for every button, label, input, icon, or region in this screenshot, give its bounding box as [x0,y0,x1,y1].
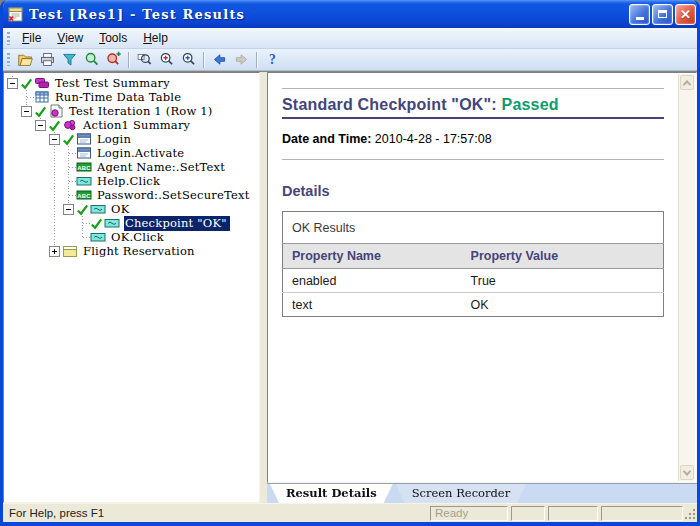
question-icon: ? [264,51,281,68]
close-icon: ✕ [680,8,691,21]
menu-view[interactable]: View [49,29,91,48]
splitter[interactable] [260,72,267,503]
tree-label-flight-reservation[interactable]: Flight Reservation [82,244,198,259]
tree-label-run-time-data-table[interactable]: Run-Time Data Table [54,90,184,105]
print-button[interactable] [36,50,58,70]
tree-guide [20,118,34,132]
tree-label-ok[interactable]: OK [110,202,132,217]
titlebar[interactable]: Test [Res1] - Test Results ✕ [0,0,700,28]
tree-connector [62,160,76,174]
arrow-right-icon [233,51,250,68]
menu-tools[interactable]: Tools [91,29,135,48]
filter-button[interactable] [58,50,80,70]
date-time-value: 2010-4-28 - 17:57:08 [375,132,492,146]
tree-guide [6,118,20,132]
collapse-box[interactable] [7,78,18,89]
tree-guide [34,146,48,160]
tree-item-login[interactable]: Login [6,132,259,146]
menubar-grip[interactable] [7,32,10,45]
tree-guide [20,216,34,230]
close-button[interactable]: ✕ [675,4,696,25]
tree-label-test-test-summary[interactable]: Test Test Summary [54,76,173,91]
tree-guide [6,132,20,146]
tree-guide [6,244,20,258]
tree-label-checkpoint-ok[interactable]: Checkpoint "OK" [124,216,230,231]
tree-label-help-click[interactable]: Help.Click [96,174,163,189]
zoom-in-button[interactable] [155,50,177,70]
tab-screen-recorder[interactable]: Screen Recorder [396,484,526,503]
maximize-button[interactable] [652,4,673,25]
app-window: Test [Res1] - Test Results ✕ FileViewToo… [0,0,700,526]
zoom-fit-button[interactable] [133,50,155,70]
scroll-up-button[interactable] [680,75,694,90]
vertical-scrollbar[interactable] [678,74,695,481]
tree-item-flight-reservation[interactable]: Flight Reservation [6,244,259,258]
svg-text:ABC: ABC [77,165,91,171]
tree-guide [34,244,48,258]
abc-icon: ABC [76,188,93,202]
tree-label-login-activate[interactable]: Login.Activate [96,146,187,161]
status-message: For Help, press F1 [9,507,427,519]
tree-guide [34,160,48,174]
tree-guide [20,174,34,188]
tree-guide [34,188,48,202]
help-button[interactable]: ? [261,50,283,70]
tree-item-password-setsecuretext[interactable]: ABCPassword:.SetSecureText [6,188,259,202]
tree-label-ok-click[interactable]: OK.Click [110,230,167,245]
status-bar: For Help, press F1 Ready [3,503,697,522]
resize-grip-icon[interactable] [683,507,695,519]
magnifier-red-plus-icon [105,51,122,68]
tree-item-test-iteration-1-row-1[interactable]: Test Iteration 1 (Row 1) [6,104,259,118]
add-defect-button[interactable] [102,50,124,70]
status-panel-4 [601,506,683,521]
checkpoint-heading: Standard Checkpoint "OK": Passed [282,96,664,114]
tree-item-ok-click[interactable]: OK.Click [6,230,259,244]
tree-label-agent-name-settext[interactable]: Agent Name:.SetText [96,160,228,175]
collapse-box[interactable] [21,106,32,117]
tree-item-run-time-data-table[interactable]: Run-Time Data Table [6,90,259,104]
open-button[interactable] [14,50,36,70]
back-button[interactable] [208,50,230,70]
menu-help[interactable]: Help [135,29,176,48]
tab-result-details[interactable]: Result Details [270,484,393,503]
scroll-down-button[interactable] [680,465,694,480]
flight-icon [62,244,79,258]
tree-connector [20,90,34,104]
data-table-icon [34,90,51,104]
table-cell: OK [462,293,664,317]
tree-item-ok[interactable]: OK [6,202,259,216]
expand-box[interactable] [49,246,60,257]
minimize-button[interactable] [629,4,650,25]
tree-label-test-iteration-1-row-1[interactable]: Test Iteration 1 (Row 1) [68,104,216,119]
forward-button[interactable] [230,50,252,70]
tree-item-action1-summary[interactable]: Action1 Summary [6,118,259,132]
tree-connector [62,146,76,160]
collapse-box[interactable] [63,204,74,215]
heading-underline [282,117,664,119]
zoom-cursor-button[interactable] [177,50,199,70]
tree-item-help-click[interactable]: Help.Click [6,174,259,188]
tree-item-test-test-summary[interactable]: Test Test Summary [6,76,259,90]
tree-label-login[interactable]: Login [96,132,134,147]
tree-item-agent-name-settext[interactable]: ABCAgent Name:.SetText [6,160,259,174]
passed-check-icon [20,77,33,90]
tree-guide [48,146,62,160]
tree-guide [48,230,62,244]
menu-file[interactable]: File [14,29,49,48]
tree-label-password-setsecuretext[interactable]: Password:.SetSecureText [96,188,252,203]
result-details-panel: Standard Checkpoint "OK": Passed Date an… [267,72,697,483]
tree-connector [6,76,20,90]
status-panel-1: Ready [430,506,508,521]
tab-strip: Result DetailsScreen Recorder [267,483,697,503]
find-button[interactable] [80,50,102,70]
tree-item-login-activate[interactable]: Login.Activate [6,146,259,160]
tree-item-checkpoint-ok[interactable]: Checkpoint "OK" [6,216,259,230]
toolbar-grip[interactable] [7,53,10,66]
collapse-box[interactable] [49,134,60,145]
tree-connector [20,104,34,118]
status-panel-2 [511,506,545,521]
toolbar-separator [203,52,204,68]
tree-label-action1-summary[interactable]: Action1 Summary [82,118,193,133]
collapse-box[interactable] [35,120,46,131]
tree-guide [6,146,20,160]
